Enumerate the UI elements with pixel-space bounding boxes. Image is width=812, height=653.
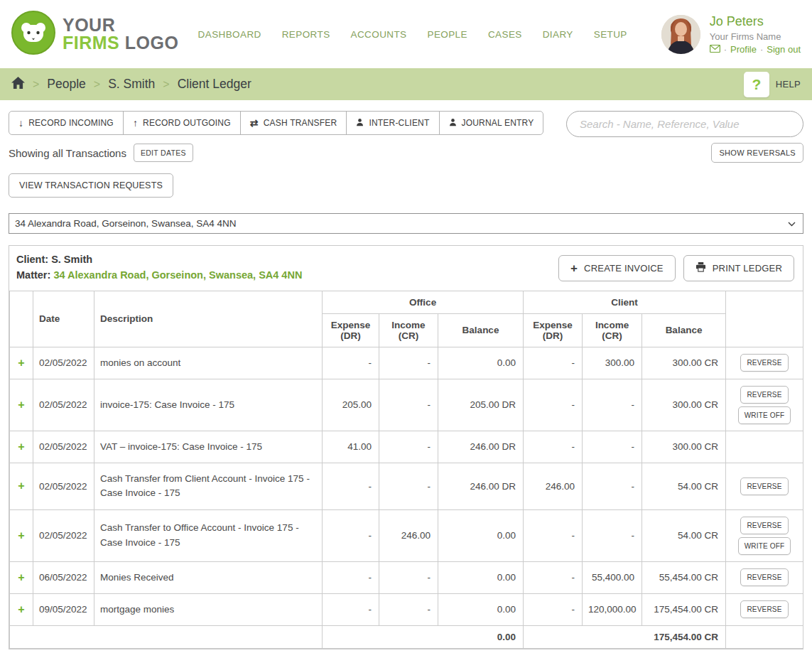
office-expense-cell: - xyxy=(323,347,379,379)
transaction-date: 09/05/2022 xyxy=(33,593,94,625)
nav-setup[interactable]: SETUP xyxy=(594,29,627,40)
transaction-description: Monies Received xyxy=(94,561,323,593)
office-income-cell: - xyxy=(379,431,438,463)
breadcrumb-separator: > xyxy=(163,78,169,91)
office-expense-cell: 205.00 xyxy=(323,379,379,431)
office-income-cell: - xyxy=(379,347,438,379)
client-income-cell: - xyxy=(583,379,642,431)
write-off-button[interactable]: WRITE OFF xyxy=(738,537,791,555)
transaction-date: 06/05/2022 xyxy=(33,561,94,593)
transaction-row: +02/05/2022monies on account--0.00-300.0… xyxy=(10,347,803,379)
client-expense-cell: - xyxy=(524,509,583,561)
signout-link[interactable]: Sign out xyxy=(767,44,801,55)
create-invoice-button[interactable]: + CREATE INVOICE xyxy=(558,255,676,281)
home-icon[interactable] xyxy=(11,77,25,92)
actions-column-header xyxy=(726,291,803,347)
office-balance-cell: 0.00 xyxy=(438,561,524,593)
office-balance-cell: 0.00 xyxy=(438,593,524,625)
reverse-button[interactable]: REVERSE xyxy=(740,600,788,618)
help-icon[interactable]: ? xyxy=(744,72,769,97)
breadcrumb-client[interactable]: S. Smith xyxy=(108,77,155,92)
matter-select[interactable]: 34 Alexandra Road, Gorseinon, Swansea, S… xyxy=(9,213,803,234)
office-balance-cell: 0.00 xyxy=(438,509,524,561)
row-actions-cell: REVERSE xyxy=(726,561,803,593)
client-income-cell: - xyxy=(583,463,642,510)
nav-cases[interactable]: CASES xyxy=(488,29,522,40)
transaction-description: mortgage monies xyxy=(94,593,323,625)
row-actions-cell xyxy=(726,431,803,463)
expand-plus-icon[interactable]: + xyxy=(18,571,24,583)
totals-actions-spacer xyxy=(726,626,803,649)
expand-plus-icon[interactable]: + xyxy=(18,529,24,541)
expand-plus-icon[interactable]: + xyxy=(18,357,24,369)
office-income-cell: - xyxy=(379,593,438,625)
date-column-header: Date xyxy=(33,291,94,347)
transaction-date: 02/05/2022 xyxy=(33,379,94,431)
expand-cell: + xyxy=(10,431,33,463)
search-input[interactable] xyxy=(566,111,803,137)
avatar[interactable] xyxy=(661,15,700,54)
expand-plus-icon[interactable]: + xyxy=(18,441,24,453)
ledger-table-body: +02/05/2022monies on account--0.00-300.0… xyxy=(10,347,803,626)
transaction-row: +09/05/2022mortgage monies--0.00-120,000… xyxy=(10,593,803,625)
plus-icon: + xyxy=(570,262,578,274)
main-nav: DASHBOARD REPORTS ACCOUNTS PEOPLE CASES … xyxy=(198,29,627,40)
reverse-button[interactable]: REVERSE xyxy=(740,354,788,372)
nav-accounts[interactable]: ACCOUNTS xyxy=(351,29,407,40)
breadcrumb-people[interactable]: People xyxy=(47,77,86,92)
edit-dates-button[interactable]: EDIT DATES xyxy=(134,144,193,162)
transaction-row: +06/05/2022Monies Received--0.00-55,400.… xyxy=(10,561,803,593)
logo-line2-gray: LOGO xyxy=(125,33,179,53)
transaction-description: monies on account xyxy=(94,347,323,379)
reverse-button[interactable]: REVERSE xyxy=(740,568,788,586)
print-ledger-button[interactable]: PRINT LEDGER xyxy=(683,255,794,281)
reverse-button[interactable]: REVERSE xyxy=(740,477,788,495)
expand-column-header xyxy=(10,291,33,347)
nav-dashboard[interactable]: DASHBOARD xyxy=(198,29,261,40)
client-balance-cell: 300.00 CR xyxy=(642,379,726,431)
transaction-description: invoice-175: Case Invoice - 175 xyxy=(94,379,323,431)
breadcrumb: > People > S. Smith > Client Ledger ? HE… xyxy=(0,68,812,100)
client-expense-cell: - xyxy=(524,593,583,625)
totals-spacer xyxy=(10,626,323,649)
journal-entry-button[interactable]: JOURNAL ENTRY xyxy=(439,111,544,135)
client-balance-cell: 300.00 CR xyxy=(642,347,726,379)
transaction-row: +02/05/2022VAT – invoice-175: Case Invoi… xyxy=(10,431,803,463)
expand-cell: + xyxy=(10,379,33,431)
client-ledger-panel: Client: S. Smith Matter: 34 Alexandra Ro… xyxy=(9,245,803,649)
record-incoming-button[interactable]: ↓ RECORD INCOMING xyxy=(9,111,124,135)
expand-cell: + xyxy=(10,561,33,593)
logo-line2-green: FIRMS xyxy=(63,33,119,53)
expand-plus-icon[interactable]: + xyxy=(18,399,24,411)
nav-people[interactable]: PEOPLE xyxy=(428,29,467,40)
reverse-button[interactable]: REVERSE xyxy=(740,386,788,404)
office-income-header: Income (CR) xyxy=(379,313,438,347)
office-balance-cell: 246.00 DR xyxy=(438,463,524,510)
show-reversals-button[interactable]: SHOW REVERSALS xyxy=(711,143,803,163)
cash-transfer-button[interactable]: ⇄ CASH TRANSFER xyxy=(240,111,347,135)
nav-reports[interactable]: REPORTS xyxy=(282,29,330,40)
record-outgoing-button[interactable]: ↑ RECORD OUTGOING xyxy=(123,111,241,135)
client-income-cell: - xyxy=(583,509,642,561)
envelope-icon[interactable] xyxy=(710,44,720,55)
user-firm-name: Your Firms Name xyxy=(710,31,801,42)
nav-diary[interactable]: DIARY xyxy=(543,29,573,40)
row-actions-cell: REVERSE xyxy=(726,593,803,625)
matter-link[interactable]: 34 Alexandra Road, Gorseinon, Swansea, S… xyxy=(53,269,302,281)
expand-cell: + xyxy=(10,347,33,379)
client-income-cell: - xyxy=(583,431,642,463)
expand-plus-icon[interactable]: + xyxy=(18,480,24,492)
client-label: Client: xyxy=(16,254,48,265)
inter-client-button[interactable]: INTER-CLIENT xyxy=(346,111,439,135)
user-block: Jo Peters Your Firms Name · Profile · Si… xyxy=(661,14,801,55)
view-transaction-requests-button[interactable]: VIEW TRANSACTION REQUESTS xyxy=(9,173,173,198)
expand-plus-icon[interactable]: + xyxy=(18,603,24,615)
transaction-row: +02/05/2022Cash Transfer from Client Acc… xyxy=(10,463,803,510)
reverse-button[interactable]: REVERSE xyxy=(740,517,788,534)
profile-link[interactable]: Profile xyxy=(730,44,757,55)
office-expense-cell: - xyxy=(323,593,379,625)
showing-transactions-label: Showing all Transactions xyxy=(9,147,126,159)
transaction-description: Cash Transfer to Office Account - Invoic… xyxy=(94,509,323,561)
help-wrap: ? HELP xyxy=(744,72,801,97)
write-off-button[interactable]: WRITE OFF xyxy=(738,406,791,424)
